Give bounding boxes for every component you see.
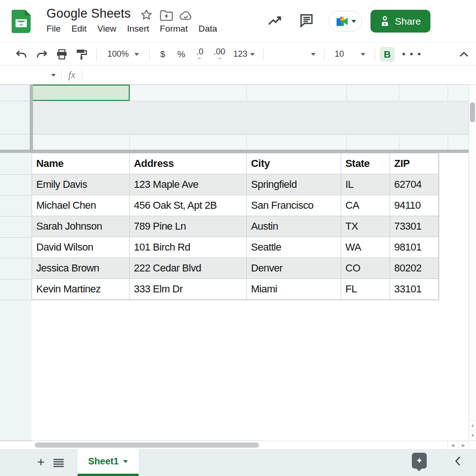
grid-cell[interactable] xyxy=(247,135,347,150)
scroll-right-button[interactable]: ▶ xyxy=(458,441,469,450)
row-header[interactable] xyxy=(0,153,32,175)
table-cell[interactable]: Seattle xyxy=(247,237,341,258)
table-cell[interactable]: Sarah Johnson xyxy=(32,216,130,237)
table-cell[interactable]: FL xyxy=(341,279,390,300)
table-cell[interactable]: 333 Elm Dr xyxy=(130,279,247,300)
grid-cell[interactable] xyxy=(247,85,347,101)
meet-call-button[interactable] xyxy=(329,11,362,32)
table-cell[interactable]: Denver xyxy=(247,258,341,279)
grid-cell[interactable] xyxy=(399,135,448,150)
grid-cell[interactable] xyxy=(130,135,247,150)
row-header[interactable] xyxy=(0,101,32,134)
table-cell[interactable]: Kevin Martinez xyxy=(32,279,130,300)
table-cell[interactable]: 94110 xyxy=(390,195,439,216)
table-cell[interactable]: 456 Oak St, Apt 2B xyxy=(130,195,247,216)
collapse-panel-icon[interactable] xyxy=(453,455,463,468)
undo-button[interactable] xyxy=(11,49,32,60)
table-cell[interactable]: 98101 xyxy=(390,237,439,258)
font-size-select[interactable]: 10 xyxy=(330,49,370,59)
table-cell[interactable]: San Francisco xyxy=(247,195,341,216)
table-cell[interactable]: 222 Cedar Blvd xyxy=(130,258,247,279)
table-cell[interactable]: 101 Birch Rd xyxy=(130,237,247,258)
insights-icon[interactable] xyxy=(267,13,283,28)
menu-format[interactable]: Format xyxy=(160,24,188,34)
table-cell[interactable]: CO xyxy=(341,258,390,279)
table-cell[interactable]: Michael Chen xyxy=(32,195,130,216)
vertical-scrollbar-thumb[interactable] xyxy=(470,102,475,122)
horizontal-scrollbar-thumb[interactable] xyxy=(35,443,259,448)
star-icon[interactable] xyxy=(140,8,153,21)
table-cell[interactable]: Emily Davis xyxy=(32,174,130,195)
row-header[interactable] xyxy=(0,238,32,258)
grid-cell[interactable] xyxy=(32,135,130,150)
grid-cell[interactable] xyxy=(347,135,399,150)
decrease-decimal-button[interactable]: .0← xyxy=(191,48,209,60)
table-cell[interactable]: 123 Maple Ave xyxy=(130,174,247,195)
row-header[interactable] xyxy=(0,217,32,238)
row-header[interactable] xyxy=(0,134,32,150)
move-folder-icon[interactable] xyxy=(159,10,173,21)
table-cell[interactable]: WA xyxy=(341,237,390,258)
sheet-tab-sheet1[interactable]: Sheet1 xyxy=(78,449,139,476)
table-cell[interactable]: Name xyxy=(32,153,130,174)
table-cell[interactable]: 33101 xyxy=(390,279,439,300)
font-family-select[interactable] xyxy=(268,53,318,56)
print-button[interactable] xyxy=(52,49,72,60)
table-cell[interactable]: CA xyxy=(341,195,390,216)
frozen-row-divider[interactable] xyxy=(0,150,469,153)
name-box-caret[interactable] xyxy=(51,74,56,77)
menu-file[interactable]: File xyxy=(46,24,61,34)
frozen-column-divider[interactable] xyxy=(30,85,33,153)
format-percent-button[interactable]: % xyxy=(172,49,191,60)
zoom-select[interactable]: 100% xyxy=(101,49,145,59)
row-header[interactable] xyxy=(0,300,32,441)
table-cell[interactable]: City xyxy=(247,153,341,174)
table-cell[interactable]: ZIP xyxy=(390,153,439,174)
row-header[interactable] xyxy=(0,85,32,101)
share-button[interactable]: Share xyxy=(370,10,430,33)
scroll-left-button[interactable]: ◀ xyxy=(447,441,458,450)
table-cell[interactable]: Springfield xyxy=(247,174,341,195)
bold-button[interactable]: B xyxy=(380,47,395,62)
table-cell[interactable]: Miami xyxy=(247,279,341,300)
table-cell[interactable]: Address xyxy=(130,153,247,174)
row-header[interactable] xyxy=(0,196,32,217)
vertical-scrollbar[interactable]: ▲ ▼ xyxy=(469,85,476,441)
gemini-sparkle-badge[interactable]: ✦ xyxy=(412,453,427,469)
grid-cell[interactable] xyxy=(448,135,469,150)
paint-format-button[interactable] xyxy=(72,48,92,60)
menu-insert[interactable]: Insert xyxy=(127,24,149,34)
grid-cell[interactable] xyxy=(347,85,399,101)
redo-button[interactable] xyxy=(32,49,52,60)
comments-icon[interactable] xyxy=(298,13,314,28)
selected-cell[interactable] xyxy=(32,85,130,101)
sheets-logo-icon[interactable] xyxy=(12,10,31,33)
increase-decimal-button[interactable]: .00→ xyxy=(209,48,230,60)
table-cell[interactable]: 789 Pine Ln xyxy=(130,216,247,237)
menu-view[interactable]: View xyxy=(97,24,116,34)
format-currency-button[interactable]: $ xyxy=(153,49,172,60)
table-cell[interactable]: State xyxy=(341,153,390,174)
grid-cell[interactable] xyxy=(399,85,448,101)
table-cell[interactable]: TX xyxy=(341,216,390,237)
sheet-tab-caret[interactable] xyxy=(123,460,128,463)
cloud-saved-icon[interactable] xyxy=(178,10,193,21)
row-header[interactable] xyxy=(0,175,32,196)
scroll-up-button[interactable]: ▲ xyxy=(469,420,476,430)
add-sheet-button[interactable]: + xyxy=(33,455,48,469)
menu-edit[interactable]: Edit xyxy=(72,24,87,34)
scroll-down-button[interactable]: ▼ xyxy=(469,430,476,440)
table-cell[interactable]: 80202 xyxy=(390,258,439,279)
grid-cell[interactable] xyxy=(130,85,247,101)
table-cell[interactable]: David Wilson xyxy=(32,237,130,258)
horizontal-scrollbar[interactable]: ◀ ▶ xyxy=(0,441,476,449)
number-format-menu[interactable]: 123 xyxy=(230,49,258,59)
table-cell[interactable]: 73301 xyxy=(390,216,439,237)
grid-cell[interactable] xyxy=(448,85,469,101)
row-header[interactable] xyxy=(0,279,32,300)
table-cell[interactable]: Austin xyxy=(247,216,341,237)
more-toolbar-options[interactable]: • • • xyxy=(402,49,422,60)
table-cell[interactable]: Jessica Brown xyxy=(32,258,130,279)
table-cell[interactable]: IL xyxy=(341,174,390,195)
row-header-gutter[interactable] xyxy=(0,85,32,441)
